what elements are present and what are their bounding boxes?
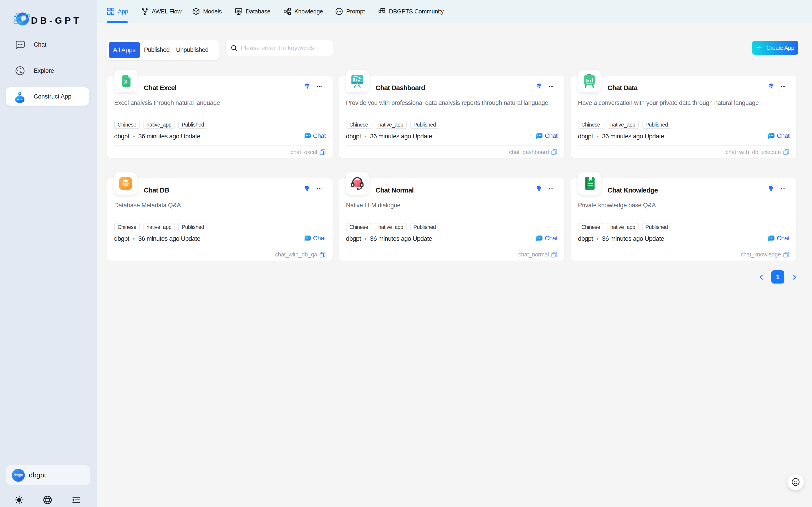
svg-text:X: X [124,79,128,84]
svg-text:SQL: SQL [237,10,241,12]
svg-text:DB-GPT: DB-GPT [31,15,81,25]
